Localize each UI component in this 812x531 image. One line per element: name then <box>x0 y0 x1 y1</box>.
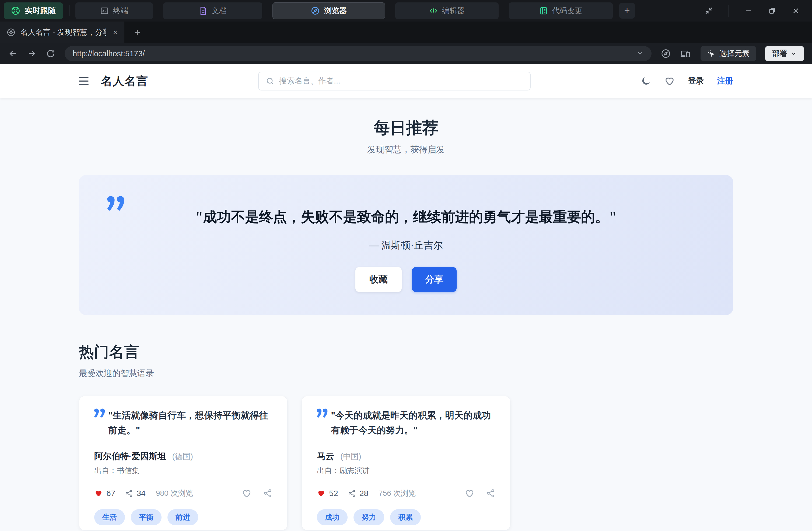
quote-card[interactable]: "生活就像骑自行车，想保持平衡就得往前走。" 阿尔伯特·爱因斯坦 (德国) 出自… <box>79 396 288 530</box>
quote-text: "今天的成就是昨天的积累，明天的成功有赖于今天的努力。" <box>331 408 495 437</box>
collapse-icon[interactable] <box>704 6 713 15</box>
search-box[interactable] <box>258 72 531 90</box>
window-toolbar: 实时跟随 终端 文档 <box>0 0 812 21</box>
tag[interactable]: 积累 <box>390 509 421 525</box>
quote-source: 出自：励志演讲 <box>317 465 495 476</box>
compass-icon <box>311 6 320 15</box>
page-tab-title: 名人名言 - 发现智慧，分享灵感 <box>20 27 106 38</box>
quote-author: 马云 <box>317 451 334 461</box>
daily-section-subtitle: 发现智慧，获得启发 <box>79 144 733 156</box>
like-button-heart-icon[interactable] <box>464 488 475 499</box>
views-count: 756 次浏览 <box>379 488 416 499</box>
deploy-chevron-down-icon <box>791 51 797 57</box>
toolbar-divider <box>69 5 70 16</box>
brand-title: 名人名言 <box>101 73 148 89</box>
site-viewport: 名人名言 <box>0 64 812 531</box>
likes-stat: 67 <box>94 489 115 498</box>
tag[interactable]: 平衡 <box>131 509 161 525</box>
share-button-icon[interactable] <box>263 489 272 498</box>
quote-mark-icon <box>317 408 328 418</box>
search-input[interactable] <box>279 76 523 85</box>
close-tab-icon[interactable]: × <box>113 28 118 37</box>
menu-icon[interactable] <box>79 77 89 85</box>
daily-quote-card: "成功不是终点，失败不是致命的，继续前进的勇气才是最重要的。" — 温斯顿·丘吉… <box>79 175 733 315</box>
browser-mode-compass-icon[interactable] <box>661 48 671 59</box>
register-link[interactable]: 注册 <box>717 75 733 86</box>
diff-icon <box>539 6 548 15</box>
views-count: 980 次浏览 <box>156 488 193 499</box>
cursor-icon <box>707 49 715 58</box>
share-button-icon[interactable] <box>486 489 495 498</box>
likes-stat: 52 <box>317 489 338 498</box>
tag[interactable]: 生活 <box>94 509 125 525</box>
tab-terminal[interactable]: 终端 <box>75 2 153 19</box>
tab-browser[interactable]: 浏览器 <box>273 2 385 19</box>
like-button-heart-icon[interactable] <box>242 488 252 499</box>
reload-icon[interactable] <box>46 49 56 58</box>
url-input[interactable] <box>73 49 633 58</box>
follow-button[interactable]: 实时跟随 <box>4 2 63 19</box>
tab-label: 终端 <box>113 6 128 16</box>
code-icon <box>429 6 438 15</box>
tab-label: 编辑器 <box>442 6 465 16</box>
tag[interactable]: 努力 <box>353 509 384 525</box>
heart-filled-icon <box>317 489 325 498</box>
url-field[interactable] <box>64 46 652 61</box>
tag[interactable]: 成功 <box>317 509 348 525</box>
shares-stat: 28 <box>348 489 368 498</box>
select-element-label: 选择元素 <box>720 48 750 59</box>
share-nodes-icon <box>125 489 133 497</box>
shares-stat: 34 <box>125 489 145 498</box>
add-tab-button[interactable]: + <box>619 3 635 18</box>
site-header: 名人名言 <box>0 64 812 98</box>
popular-section-subtitle: 最受欢迎的智慧语录 <box>79 368 733 379</box>
favorites-heart-icon[interactable] <box>664 76 675 86</box>
page-main: 每日推荐 发现智慧，获得启发 "成功不是终点，失败不是致命的，继续前进的勇气才是… <box>0 98 812 531</box>
url-chevron-down-icon[interactable] <box>636 49 643 58</box>
window-controls <box>704 5 808 17</box>
minimize-icon[interactable] <box>744 6 753 15</box>
popular-section-title: 热门名言 <box>79 342 733 362</box>
quote-author-country: (中国) <box>340 452 361 461</box>
deploy-button[interactable]: 部署 <box>765 46 804 61</box>
share-button[interactable]: 分享 <box>412 267 456 292</box>
select-element-button[interactable]: 选择元素 <box>700 46 756 61</box>
quote-card-grid: "生活就像骑自行车，想保持平衡就得往前走。" 阿尔伯特·爱因斯坦 (德国) 出自… <box>79 396 733 530</box>
quote-author-country: (德国) <box>172 452 193 461</box>
dark-mode-moon-icon[interactable] <box>640 76 651 86</box>
close-icon[interactable] <box>792 6 800 15</box>
favicon-icon <box>6 28 16 37</box>
quote-author: 阿尔伯特·爱因斯坦 <box>94 451 166 461</box>
deploy-label: 部署 <box>772 48 787 59</box>
quote-source: 出自：书信集 <box>94 465 272 476</box>
live-follow-icon <box>11 6 20 16</box>
forward-icon[interactable] <box>27 49 37 58</box>
login-link[interactable]: 登录 <box>688 75 704 86</box>
daily-quote-text: "成功不是终点，失败不是致命的，继续前进的勇气才是最重要的。" <box>79 175 733 227</box>
daily-section-title: 每日推荐 <box>79 117 733 139</box>
likes-count: 67 <box>106 489 115 498</box>
tab-editor[interactable]: 编辑器 <box>395 2 498 19</box>
tab-docs[interactable]: 文档 <box>163 2 262 19</box>
shares-count: 28 <box>359 489 368 498</box>
tab-label: 文档 <box>212 6 227 16</box>
share-nodes-icon <box>348 489 356 497</box>
shares-count: 34 <box>136 489 145 498</box>
restore-icon[interactable] <box>768 6 777 15</box>
quote-card[interactable]: "今天的成就是昨天的积累，明天的成功有赖于今天的努力。" 马云 (中国) 出自：… <box>302 396 510 530</box>
favorite-button[interactable]: 收藏 <box>356 267 402 292</box>
tag[interactable]: 前进 <box>168 509 198 525</box>
likes-count: 52 <box>329 489 338 498</box>
new-tab-button[interactable]: + <box>125 21 150 43</box>
tab-code-changes[interactable]: 代码变更 <box>509 2 613 19</box>
document-icon <box>199 6 207 15</box>
daily-quote-author: — 温斯顿·丘吉尔 <box>79 239 733 252</box>
quote-mark-icon <box>107 196 126 211</box>
terminal-icon <box>100 6 109 15</box>
quote-mark-icon <box>94 408 105 418</box>
browser-page-tab[interactable]: 名人名言 - 发现智慧，分享灵感 × <box>0 21 125 43</box>
devices-icon[interactable] <box>680 48 691 59</box>
address-bar: 选择元素 部署 <box>0 43 812 64</box>
back-icon[interactable] <box>8 49 18 58</box>
tab-label: 代码变更 <box>552 6 582 16</box>
